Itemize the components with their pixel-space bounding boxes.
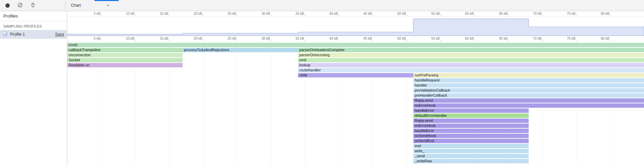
flame-chart-panel: 5 kB10 kB15 kB20 kB25 kB30 kB35 kB40 kB4… [67,11,644,166]
profiles-sidebar: Profiles SAMPLING PROFILES Profile 1 Sav… [0,11,67,166]
save-link[interactable]: Save [55,32,64,37]
flame-bar[interactable]: Reply.send [413,119,529,123]
flame-row: Reply.send [67,98,644,103]
flame-bar[interactable]: onSendEnd [413,139,529,143]
ruler-tick-mark [407,14,407,16]
ruler-tick-mark [237,14,237,16]
flame-row: onErrorHook [67,123,644,128]
ruler-tick-label: 65 kB [499,37,508,40]
profiler-toolbar: Chart ▼ [0,0,644,11]
ruler-tick-mark [576,39,576,41]
ruler-tick-label: 50 kB [397,37,406,40]
flame-row: preValidationCallback [67,88,644,93]
ruler-tick-label: 40 kB [329,37,338,40]
ruler-tick-mark [135,14,136,16]
size-ruler-top: 5 kB10 kB15 kB20 kB25 kB30 kB35 kB40 kB4… [67,11,644,16]
flame-row: Socketemit [67,58,644,63]
toolbar-separator [65,2,66,9]
flame-row: preHandlerCallback [67,93,644,98]
flame-bar[interactable]: end [413,144,529,148]
flame-bar[interactable]: handler [413,83,644,88]
profile-chart-icon [3,31,8,38]
flame-bar[interactable]: defaultErrorHandler [413,113,529,118]
ruler-tick-mark [576,14,576,16]
flame-bar[interactable]: (root) [67,43,644,47]
ruler-tick-mark [373,14,373,16]
ruler-tick-mark [101,39,102,41]
ruler-tick-mark [305,39,305,41]
flame-row: Readable.onlookup [67,63,644,68]
overview-area-chart [67,16,644,36]
ruler-tick-label: 70 kB [533,12,542,15]
ruler-tick-mark [475,14,475,16]
ruler-tick-mark [271,39,271,41]
ruler-tick-label: 60 kB [465,37,474,40]
ruler-tick-label: 50 kB [397,12,406,15]
ruler-tick-label: 10 kB [126,12,135,15]
flame-bar[interactable]: handleRequest [413,78,644,82]
ruler-tick-label: 10 kB [126,37,135,40]
ruler-tick-mark [271,14,271,16]
flame-bar[interactable]: callbackTrampoline [67,48,183,52]
flame-bar[interactable]: preHandlerCallback [413,93,644,98]
circle-slash-icon [17,2,23,9]
flame-chart[interactable]: (root)callbackTrampolineprocessTicksAndR… [67,41,644,166]
profile-name: Profile 1 [10,32,53,37]
flame-bar[interactable]: routeHandler [298,68,644,72]
flame-bar[interactable]: onErrorHook [413,124,529,128]
ruler-tick-label: 65 kB [499,12,508,15]
flame-bar[interactable]: onSendHook [413,134,529,138]
ruler-tick-mark [610,14,610,16]
flame-bar[interactable]: handleError [413,108,529,113]
flame-row: handleRequest [67,78,644,83]
delete-profile-button[interactable] [28,1,38,10]
ruler-tick-mark [475,39,475,41]
ruler-tick-label: 40 kB [329,12,338,15]
ruler-tick-label: 80 kB [601,37,610,40]
flame-bar[interactable]: write_ [413,149,529,153]
ruler-tick-label: 75 kB [567,37,576,40]
ruler-tick-label: 45 kB [363,12,372,15]
flame-row: childrunPreParsing [67,73,644,78]
flame-bar[interactable]: handleError [413,129,529,133]
ruler-tick-mark [305,14,305,16]
flame-bar[interactable]: Socket [67,58,183,62]
view-mode-value: Chart [71,3,81,8]
flame-row: _writeRaw [67,159,644,164]
flame-row: onSendHook [67,133,644,138]
record-button[interactable] [3,1,12,10]
flame-row: end [67,143,644,148]
sidebar-item-profile-1[interactable]: Profile 1 Save [0,30,67,39]
ruler-tick-label: 15 kB [160,12,168,15]
flame-bar[interactable]: parserOnHeadersComplete [298,48,644,52]
flame-bar[interactable]: onconnection [67,53,183,57]
flame-bar[interactable]: _send [413,154,529,158]
flame-row: write_ [67,148,644,154]
ruler-tick-label: 25 kB [228,12,236,15]
flame-row: handler [67,83,644,88]
clear-button[interactable] [15,1,25,10]
flame-bar[interactable]: emit [298,58,644,62]
ruler-tick-mark [169,39,169,41]
flame-bar[interactable]: lookup [298,63,644,67]
overview-graph[interactable] [67,16,644,36]
flame-row: Reply.send [67,118,644,123]
flame-bar[interactable]: _writeRaw [413,159,529,163]
flame-bar[interactable]: onErrorHook [413,103,644,108]
sampling-profiles-section-title: SAMPLING PROFILES [0,21,67,30]
ruler-tick-label: 35 kB [296,12,304,15]
flame-row: onSendEnd [67,138,644,143]
flame-bar[interactable]: child [298,73,413,77]
flame-bar[interactable]: runPreParsing [413,73,644,77]
flame-bar[interactable]: parserOnIncoming [298,53,644,57]
view-mode-select[interactable]: Chart ▼ [68,1,112,9]
ruler-tick-label: 35 kB [296,37,304,40]
flame-bar[interactable]: Readable.on [67,63,183,67]
flame-row: callbackTrampolineprocessTicksAndRejecti… [67,47,644,53]
flame-bar[interactable]: Reply.send [413,98,644,103]
ruler-tick-mark [508,14,508,16]
flame-bar[interactable]: preValidationCallback [413,88,644,93]
flame-bar[interactable]: processTicksAndRejections [183,48,298,52]
active-tab-indicator [94,0,119,1]
ruler-tick-mark [135,39,136,41]
